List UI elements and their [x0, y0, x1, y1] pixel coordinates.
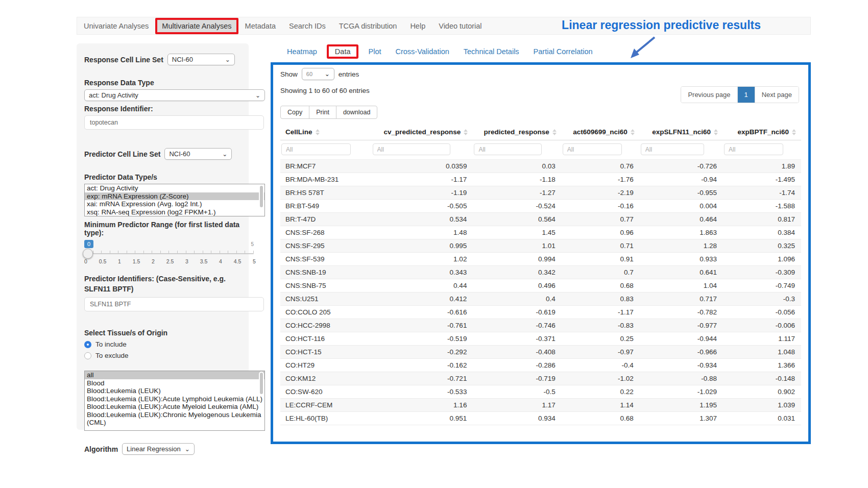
- previous-page-button[interactable]: Previous page: [681, 87, 737, 103]
- predictor-data-type-option-act-drug-activity[interactable]: act: Drug Activity: [85, 184, 264, 192]
- value-cell: 0.77: [562, 213, 640, 226]
- table-row[interactable]: BR:MDA-MB-231-1.17-1.18-1.76-0.94-1.495: [280, 173, 801, 186]
- cell-line-cell: CO:SW-620: [280, 385, 372, 399]
- tissue-option-blood-leukemia-leuk[interactable]: Blood:Leukemia (LEUK): [85, 387, 264, 395]
- predictor-identifiers-input[interactable]: [84, 297, 264, 311]
- tissue-include-radio[interactable]: To include: [84, 340, 241, 348]
- next-page-button[interactable]: Next page: [755, 87, 799, 103]
- filter-input-predicted-response[interactable]: [474, 143, 541, 155]
- tissue-option-all[interactable]: all: [85, 371, 264, 379]
- tissue-option-blood-leukemia-leuk-chronic-myelogenous-leukemia-cml[interactable]: Blood:Leukemia (LEUK):Chronic Myelogenou…: [85, 411, 264, 427]
- column-header-label: CellLine: [285, 128, 312, 136]
- response-cell-line-set-value: NCI-60: [172, 56, 193, 63]
- table-row[interactable]: CNS:SF-2950.9951.010.711.280.325: [280, 239, 801, 253]
- cell-line-cell: CNS:SF-539: [280, 253, 372, 266]
- algorithm-label: Algorithm: [84, 445, 118, 453]
- nav-item-univariate-analyses[interactable]: Univariate Analyses: [77, 18, 155, 34]
- value-cell: 0.25: [562, 332, 640, 346]
- tissue-option-blood[interactable]: Blood: [85, 379, 264, 387]
- tissue-option-blood-leukemia-leuk-acute-lymphoid-leukemia-all[interactable]: Blood:Leukemia (LEUK):Acute Lymphoid Leu…: [85, 395, 264, 403]
- slider-handle[interactable]: [83, 249, 93, 259]
- response-identifier-input[interactable]: [84, 115, 264, 130]
- filter-input-act609699-nci60[interactable]: [563, 143, 622, 155]
- table-row[interactable]: BR:BT-549-0.505-0.524-0.160.004-1.588: [280, 200, 801, 213]
- filter-input-expbptf-nci60[interactable]: [724, 143, 783, 155]
- copy-button[interactable]: Copy: [280, 106, 309, 119]
- filter-input-cellline[interactable]: [281, 143, 351, 155]
- column-header-cv-predicted-response[interactable]: cv_predicted_response: [372, 124, 473, 140]
- sort-icon: [316, 129, 320, 135]
- nav-item-video-tutorial[interactable]: Video tutorial: [432, 18, 488, 34]
- nav-item-tcga-distribution[interactable]: TCGA distribution: [332, 18, 404, 34]
- predictor-cell-line-set-select[interactable]: NCI-60 ⌄: [164, 148, 232, 160]
- predictor-data-type-option-exp-mrna-expression-z-score[interactable]: exp: mRNA Expression (Z-Score): [85, 192, 264, 201]
- value-cell: 0.717: [640, 292, 723, 306]
- tissue-exclude-radio[interactable]: To exclude: [84, 352, 241, 359]
- predictor-data-type-option-xsq-rna-seq-expression-log2-fpkm-1[interactable]: xsq: RNA-seq Expression (log2 FPKM+1.): [85, 208, 264, 216]
- table-row[interactable]: CO:KM12-0.721-0.719-1.02-0.88-0.148: [280, 372, 801, 385]
- tab-data[interactable]: Data: [327, 44, 359, 59]
- value-cell: 1.04: [640, 279, 723, 292]
- table-row[interactable]: CNS:U2510.4120.40.830.717-0.3: [280, 292, 801, 306]
- slider-tick-label: 2.5: [166, 258, 174, 264]
- value-cell: -1.19: [372, 186, 473, 200]
- predictor-data-type-option-xai-mrna-expression-avg-log2-int[interactable]: xai: mRNA Expression (Avg. log2 Int.): [85, 200, 264, 208]
- page-length-select[interactable]: 60 ⌄: [302, 68, 334, 80]
- tab-plot[interactable]: Plot: [361, 44, 388, 59]
- column-header-cellline[interactable]: CellLine: [280, 124, 372, 140]
- tissue-option-blood-leukemia-leuk-acute-myeloid-leukemia-aml[interactable]: Blood:Leukemia (LEUK):Acute Myeloid Leuk…: [85, 403, 264, 411]
- column-header-expbptf-nci60[interactable]: expBPTF_nci60: [723, 124, 801, 140]
- algorithm-value: Linear Regression: [127, 445, 181, 453]
- column-header-act609699-nci60[interactable]: act609699_nci60: [562, 124, 640, 140]
- nav-item-help[interactable]: Help: [403, 18, 432, 34]
- column-header-predicted-response[interactable]: predicted_response: [473, 124, 561, 140]
- sort-up-icon: [631, 129, 635, 132]
- tab-cross-validation[interactable]: Cross-Validation: [388, 44, 456, 59]
- nav-item-metadata[interactable]: Metadata: [238, 18, 282, 34]
- nav-item-search-ids[interactable]: Search IDs: [282, 18, 332, 34]
- nav-item-multivariate-analyses[interactable]: Multivariate Analyses: [155, 18, 238, 34]
- print-button[interactable]: Print: [309, 106, 336, 119]
- table-row[interactable]: CO:HCT-15-0.292-0.408-0.97-0.9661.048: [280, 346, 801, 359]
- tab-partial-correlation[interactable]: Partial Correlation: [526, 44, 600, 59]
- table-row[interactable]: BR:HS 578T-1.19-1.27-2.19-0.955-1.74: [280, 186, 801, 200]
- filter-input-expslfn11-nci60[interactable]: [641, 143, 704, 155]
- table-row[interactable]: CNS:SF-2681.481.450.961.8630.384: [280, 226, 801, 239]
- slider-tick-label: 4: [219, 258, 222, 264]
- table-row[interactable]: CO:SW-620-0.533-0.50.22-1.0290.902: [280, 385, 801, 399]
- table-row[interactable]: CO:COLO 205-0.616-0.619-1.17-0.782-0.056: [280, 306, 801, 319]
- sort-up-icon: [464, 129, 468, 132]
- column-header-label: act609699_nci60: [573, 128, 628, 136]
- table-row[interactable]: CO:HCT-116-0.519-0.3710.25-0.9441.117: [280, 332, 801, 346]
- value-cell: 0.534: [372, 213, 473, 226]
- slider-track[interactable]: [84, 253, 254, 254]
- chevron-down-icon: ⌄: [222, 151, 227, 157]
- value-cell: 0.004: [640, 200, 723, 213]
- tab-heatmap[interactable]: Heatmap: [280, 44, 324, 59]
- value-cell: -0.761: [372, 319, 473, 332]
- table-row[interactable]: CO:HCC-2998-0.761-0.746-0.83-0.977-0.006: [280, 319, 801, 332]
- result-tabs: HeatmapDataPlotCross-ValidationTechnical…: [280, 43, 600, 60]
- table-row[interactable]: BR:T-47D0.5340.5640.770.4640.817: [280, 213, 801, 226]
- download-button[interactable]: download: [336, 106, 378, 119]
- algorithm-select[interactable]: Linear Regression ⌄: [122, 443, 195, 455]
- tab-technical-details[interactable]: Technical Details: [456, 44, 526, 59]
- table-row[interactable]: CNS:SNB-190.3430.3420.70.641-0.309: [280, 266, 801, 279]
- response-data-type-select[interactable]: act: Drug Activity ⌄: [84, 89, 265, 101]
- filter-input-cv-predicted-response[interactable]: [373, 143, 451, 155]
- value-cell: 0.7: [562, 266, 640, 279]
- scrollbar-thumb[interactable]: [259, 372, 264, 395]
- table-row[interactable]: LE:HL-60(TB)0.9510.9340.681.3070.031: [280, 412, 801, 425]
- cell-line-cell: BR:T-47D: [280, 213, 372, 226]
- table-row[interactable]: LE:CCRF-CEM1.161.171.141.1951.039: [280, 399, 801, 412]
- page-1-button[interactable]: 1: [737, 87, 755, 103]
- slider-tick-label: 5: [253, 258, 256, 264]
- value-cell: 1.16: [372, 399, 473, 412]
- table-row[interactable]: CNS:SNB-750.440.4960.681.04-0.749: [280, 279, 801, 292]
- column-header-expslfn11-nci60[interactable]: expSLFN11_nci60: [640, 124, 723, 140]
- table-row[interactable]: CNS:SF-5391.020.9940.910.9331.096: [280, 253, 801, 266]
- table-row[interactable]: CO:HT29-0.162-0.286-0.4-0.9341.366: [280, 359, 801, 372]
- scrollbar-thumb[interactable]: [259, 185, 264, 208]
- response-cell-line-set-select[interactable]: NCI-60 ⌄: [167, 54, 235, 65]
- table-row[interactable]: BR:MCF70.03590.030.76-0.7261.89: [280, 160, 801, 173]
